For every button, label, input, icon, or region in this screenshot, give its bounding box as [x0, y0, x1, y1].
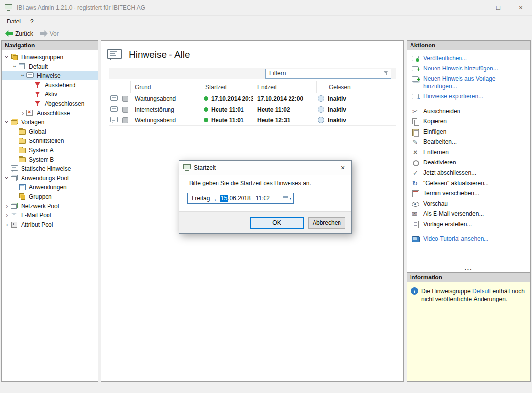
forward-button[interactable]: Vor: [37, 29, 62, 39]
table-row[interactable]: Wartungsabend17.10.2014 20:3017.10.2014 …: [109, 93, 396, 104]
ok-button[interactable]: OK: [250, 217, 304, 229]
calendar-dropdown-button[interactable]: ▼: [281, 193, 293, 203]
information-panel: Information Die Hinweisgruppe Default en…: [407, 272, 531, 382]
expander-collapsed-icon[interactable]: ›: [4, 212, 10, 218]
navigation-panel: Navigation ›Hinweisgruppen›Default›Hinwe…: [1, 40, 98, 382]
action-gelesen-aktualisieren[interactable]: "Gelesen" aktualisieren...: [407, 178, 530, 188]
cancel-button[interactable]: Abbrechen: [308, 217, 345, 229]
gelesen-cell: Inaktiv: [317, 117, 396, 124]
video-icon: [412, 235, 420, 243]
filter-funnel-icon[interactable]: [383, 70, 388, 76]
expander-expanded-icon[interactable]: ›: [4, 119, 10, 125]
pool-icon: [11, 175, 18, 181]
gelesen-cell: Inaktiv: [317, 106, 396, 113]
header-endzeit[interactable]: Endzeit: [253, 81, 317, 93]
tree-item-statische-hinweise[interactable]: Statische Hinweise: [2, 164, 98, 173]
dialog-close-button[interactable]: ×: [335, 161, 351, 175]
tree-item-hinweisgruppen[interactable]: ›Hinweisgruppen: [2, 52, 98, 62]
action-neuen-hinweis-hinzufügen[interactable]: Neuen Hinweis hinzufügen...: [407, 64, 530, 74]
tree-item-ausschlüsse[interactable]: ›Ausschlüsse: [2, 108, 98, 117]
action-bearbeiten[interactable]: Bearbeiten...: [407, 137, 530, 147]
tree-item-label: Gruppen: [28, 193, 52, 200]
actions-header: Aktionen: [407, 41, 530, 50]
header-grund[interactable]: Grund: [131, 81, 201, 93]
action-label: Bearbeiten...: [423, 139, 457, 146]
action-neuen-hinweis-aus-vorlage-hinzufügen[interactable]: Neuen Hinweis aus Vorlage hinzufügen...: [407, 74, 530, 92]
back-button[interactable]: Zurück: [2, 29, 37, 39]
tree-item-vorlagen[interactable]: ›Vorlagen: [2, 117, 98, 127]
action-veröffentlichen[interactable]: Veröffentlichen...: [407, 53, 530, 64]
action-hinweise-exportieren[interactable]: Hinweise exportieren...: [407, 92, 530, 102]
filter-box: [265, 69, 391, 79]
tree-item-e-mail-pool[interactable]: ›E-Mail Pool: [2, 210, 98, 220]
table-header-row: Grund Startzeit Endzeit Gelesen: [109, 81, 396, 93]
datetime-picker[interactable]: Freitag , 15 .06.2018 11:02 ▼: [187, 193, 294, 204]
expander-expanded-icon[interactable]: ›: [4, 54, 10, 60]
tree-item-default[interactable]: ›Default: [2, 62, 98, 71]
action-label: Termin verschieben...: [423, 190, 479, 197]
dt-day-number-selected[interactable]: 15: [220, 195, 228, 202]
actions-list: Veröffentlichen...Neuen Hinweis hinzufüg…: [407, 53, 530, 244]
action-kopieren[interactable]: Kopieren: [407, 116, 530, 127]
paste-icon: [412, 128, 420, 136]
action-label: Vorschau: [423, 200, 448, 208]
menu-help[interactable]: ?: [25, 17, 39, 26]
action-ausschneiden[interactable]: Ausschneiden: [407, 106, 530, 116]
email-icon: [412, 210, 420, 218]
header-gelesen[interactable]: Gelesen: [317, 81, 396, 93]
tree-item-global[interactable]: Global: [2, 127, 98, 136]
expander-expanded-icon[interactable]: ›: [12, 63, 18, 69]
minimize-button[interactable]: –: [464, 0, 487, 15]
action-label: Vorlage erstellen...: [423, 221, 472, 228]
finish-icon: [412, 169, 420, 177]
tree-item-system-a[interactable]: System A: [2, 145, 98, 155]
filter-input[interactable]: [269, 70, 383, 77]
expander-expanded-icon[interactable]: ›: [20, 72, 26, 79]
default-group-link[interactable]: Default: [472, 288, 491, 295]
display-icon: [120, 117, 131, 123]
action-vorlage-erstellen[interactable]: Vorlage erstellen...: [407, 219, 530, 230]
table-row[interactable]: InternetstörungHeute 11:01Heute 11:02Ina…: [109, 104, 396, 115]
header-startzeit[interactable]: Startzeit: [201, 81, 253, 93]
tree-item-ausstehend[interactable]: Ausstehend: [2, 80, 98, 90]
action-jetzt-abschliessen[interactable]: Jetzt abschliessen...: [407, 168, 530, 178]
tree-item-attribut-pool[interactable]: ›Attribut Pool: [2, 220, 98, 229]
expander-expanded-icon[interactable]: ›: [4, 175, 10, 181]
endzeit-cell: Heute 11:02: [253, 106, 317, 113]
publish-icon: [412, 55, 420, 62]
folder-icon: [19, 147, 26, 153]
action-einfügen[interactable]: Einfügen: [407, 127, 530, 137]
action-label: Deaktivieren: [423, 159, 456, 166]
tree-item-schnittstellen[interactable]: Schnittstellen: [2, 136, 98, 145]
dt-day[interactable]: Freitag: [192, 195, 210, 202]
maximize-button[interactable]: □: [487, 0, 509, 15]
action-deaktivieren[interactable]: Deaktivieren: [407, 158, 530, 168]
actions-overflow-button[interactable]: ...: [407, 264, 530, 271]
tree-item-label: Global: [28, 128, 46, 135]
table-row[interactable]: WartungsabendHeute 11:01Heute 12:31Inakt…: [109, 115, 396, 126]
action-vorschau[interactable]: Vorschau: [407, 199, 530, 209]
tree-item-hinweise[interactable]: ›Hinweise: [2, 71, 98, 80]
tree-item-system-b[interactable]: System B: [2, 155, 98, 164]
close-button[interactable]: ×: [509, 0, 532, 15]
tree-item-abgeschlossen[interactable]: Abgeschlossen: [2, 99, 98, 108]
expander-collapsed-icon[interactable]: ›: [4, 203, 10, 209]
menu-datei[interactable]: Datei: [2, 17, 25, 26]
hinweise-table-body: Wartungsabend17.10.2014 20:3017.10.2014 …: [109, 93, 396, 126]
tree-item-aktiv[interactable]: Aktiv: [2, 90, 98, 99]
tree-item-netzwerk-pool[interactable]: ›Netzwerk Pool: [2, 201, 98, 210]
expander-collapsed-icon[interactable]: ›: [20, 110, 26, 116]
tree-item-anwendungs-pool[interactable]: ›Anwendungs Pool: [2, 173, 98, 183]
action-als-e-mail-versenden[interactable]: Als E-Mail versenden...: [407, 209, 530, 219]
filter-red-icon: [34, 82, 42, 88]
action-termin-verschieben[interactable]: Termin verschieben...: [407, 188, 530, 199]
tree-item-anwendungen[interactable]: Anwendungen: [2, 183, 98, 192]
tree-item-gruppen[interactable]: Gruppen: [2, 192, 98, 201]
action-video-tutorial-ansehen[interactable]: Video-Tutorial ansehen...: [407, 234, 530, 244]
action-entfernen[interactable]: Entfernen: [407, 147, 530, 158]
dt-time[interactable]: 11:02: [256, 195, 270, 202]
dt-month-year[interactable]: .06.2018: [228, 195, 251, 202]
dropdown-arrow-icon: ▼: [289, 197, 292, 200]
expander-collapsed-icon[interactable]: ›: [4, 221, 10, 228]
forward-arrow-icon: [40, 30, 48, 37]
